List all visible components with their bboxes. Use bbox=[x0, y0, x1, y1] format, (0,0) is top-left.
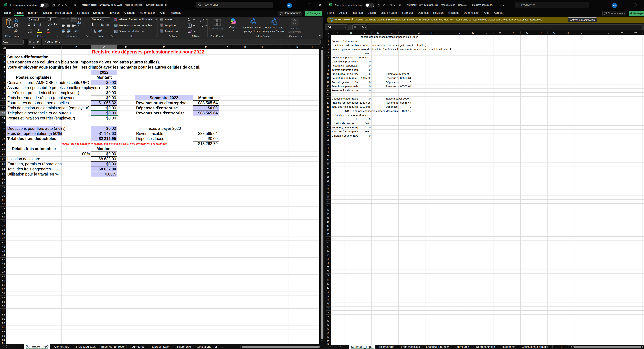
svg-text:X: X bbox=[4, 4, 6, 5]
svg-text:X: X bbox=[329, 4, 330, 5]
